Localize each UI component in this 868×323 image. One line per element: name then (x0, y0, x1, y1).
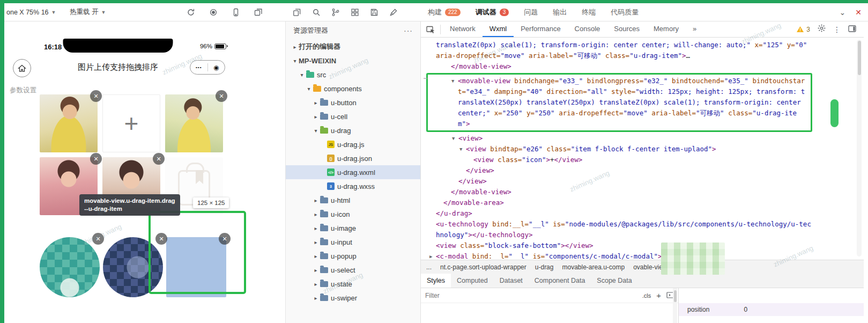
more-actions-icon[interactable]: ··· (404, 26, 413, 35)
tree-item-u-image[interactable]: ▸u-image (286, 221, 420, 235)
code-line[interactable]: </u-drag> (421, 208, 812, 219)
code-line[interactable]: <u-technology bind:__l="__l" is="node-mo… (421, 219, 812, 240)
refresh-icon[interactable] (187, 8, 195, 17)
code-block[interactable]: ▼<view>▼<view bindtap="e26" class="item … (421, 133, 812, 260)
code-line[interactable]: <view class="icon">+</view> (421, 155, 812, 165)
tree-item-u-drag[interactable]: ▾u-drag (286, 123, 420, 137)
styles-tab-computed[interactable]: Computed (451, 274, 494, 288)
wxml-inspector[interactable]: translateZ(0px) scale(1); transform-orig… (421, 38, 864, 260)
panel-tab-构建[interactable]: 构建222 (428, 8, 461, 17)
code-scrollbar[interactable] (857, 40, 862, 256)
breadcrumb-item[interactable]: u-drag (535, 263, 554, 271)
code-line[interactable]: ▼<view> (421, 133, 812, 144)
kebab-menu-icon[interactable]: ⋮ (833, 25, 841, 34)
panel-tab-调试器[interactable]: 调试器3 (476, 8, 509, 17)
panel-tab-问题[interactable]: 问题 (524, 8, 538, 17)
code-line[interactable]: </view> (421, 176, 812, 187)
tree-item-u-drag.wxml[interactable]: </>u-drag.wxml (286, 165, 420, 179)
cls-toggle[interactable]: .cls (642, 292, 651, 299)
devtools-tab-wxml[interactable]: Wxml (483, 21, 514, 37)
wechat-capsule[interactable]: ••• ◉ (190, 60, 225, 75)
hot-reload-selector[interactable]: 热重载 开 ▼ (70, 3, 106, 21)
grid-icon[interactable] (351, 8, 359, 17)
tree-item-u-popup[interactable]: ▸u-popup (286, 249, 420, 263)
tree-item-u-state[interactable]: ▸u-state (286, 277, 420, 291)
devtools-tab-sources[interactable]: Sources (607, 21, 647, 37)
tree-item-u-drag.wxss[interactable]: 3u-drag.wxss (286, 179, 420, 193)
tree-item-打开的编辑器[interactable]: ▸打开的编辑器 (286, 40, 420, 54)
devtools-tab-performance[interactable]: Performance (514, 21, 567, 37)
styles-tab-styles[interactable]: Styles (421, 274, 451, 288)
add-image-button[interactable]: + (102, 94, 160, 152)
styles-filter-input[interactable] (425, 292, 642, 299)
styles-tab-dataset[interactable]: Dataset (494, 274, 529, 288)
uploaded-photo[interactable]: ✕ (165, 94, 223, 152)
panel-tab-输出[interactable]: 输出 (553, 8, 567, 17)
inspect-element-icon[interactable] (426, 25, 436, 34)
branch-icon[interactable] (331, 8, 340, 17)
warnings-indicator[interactable]: 3 (796, 26, 810, 33)
tree-item-MP-WEIXIN[interactable]: ▾MP-WEIXIN (286, 54, 420, 68)
code-line[interactable]: ▼<movable-view bindchange="e33_" bindlon… (428, 76, 808, 129)
breadcrumb-item[interactable]: ... (426, 263, 432, 271)
code-line[interactable]: ▼<view bindtap="e26" class="item f-block… (421, 144, 812, 155)
panel-tab-代码质量[interactable]: 代码质量 (611, 8, 639, 17)
code-line[interactable]: translateZ(0px) scale(1); transform-orig… (421, 40, 812, 61)
panel-tab-终端[interactable]: 终端 (582, 8, 596, 17)
tree-item-u-select[interactable]: ▸u-select (286, 263, 420, 277)
remove-image-button[interactable]: ✕ (153, 153, 165, 165)
copy-icon[interactable] (293, 8, 301, 17)
tree-item-src[interactable]: ▾src (286, 68, 420, 82)
tree-item-u-cell[interactable]: ▸u-cell (286, 109, 420, 123)
remove-image-button[interactable]: ✕ (90, 153, 102, 165)
settings-gear-icon[interactable] (818, 24, 826, 34)
styles-tab-scope-data[interactable]: Scope Data (591, 274, 637, 288)
draggable-item[interactable]: ✕ (40, 237, 100, 297)
tree-item-u-button[interactable]: ▸u-button (286, 96, 420, 109)
code-line[interactable]: </movable-view> (421, 61, 812, 72)
devtools-tabs: NetworkWxmlPerformanceConsoleSourcesMemo… (443, 21, 703, 37)
selected-element-highlight[interactable]: ▼<movable-view bindchange="e33_" bindlon… (426, 73, 812, 132)
capsule-more-icon[interactable]: ••• (190, 65, 207, 70)
breadcrumb-item[interactable]: nt.c-page.sort-upload-wrapper (440, 263, 526, 271)
tree-item-u-icon[interactable]: ▸u-icon (286, 207, 420, 221)
tree-item-label: u-input (331, 238, 352, 246)
uploaded-photo[interactable]: ✕ (40, 94, 98, 152)
devtools-tab-»[interactable]: » (686, 21, 703, 37)
tree-item-u-html[interactable]: ▸u-html (286, 193, 420, 207)
remove-image-button[interactable]: ✕ (90, 90, 102, 102)
remove-image-button[interactable]: ✕ (92, 233, 104, 245)
brush-icon[interactable] (389, 8, 398, 17)
new-window-icon[interactable] (254, 8, 263, 17)
code-line[interactable]: </view> (421, 165, 812, 176)
devtools-tab-console[interactable]: Console (568, 21, 607, 37)
phone-icon[interactable] (232, 8, 240, 17)
add-style-rule-button[interactable]: + (656, 291, 661, 300)
record-icon[interactable] (209, 8, 218, 17)
tree-item-u-drag.json[interactable]: {}u-drag.json (286, 151, 420, 165)
tree-item-u-drag.js[interactable]: JSu-drag.js (286, 137, 420, 151)
code-line[interactable]: <view class="block-safe-bottom"></view> (421, 240, 812, 251)
styles-tab-component-data[interactable]: Component Data (529, 274, 591, 288)
chevron-right-icon: ▸ (312, 281, 320, 287)
code-line[interactable]: ▶<c-modal bind:__l="__l" is="components/… (421, 251, 812, 260)
layout-position-row[interactable]: position 0 (679, 303, 864, 316)
dock-side-icon[interactable] (848, 25, 856, 34)
remove-image-button[interactable]: ✕ (216, 90, 227, 102)
close-icon[interactable]: ✕ (855, 8, 862, 17)
styles-scrollbar[interactable] (673, 288, 677, 323)
code-line[interactable]: </movable-view> (421, 187, 812, 197)
code-block[interactable]: translateZ(0px) scale(1); transform-orig… (421, 40, 812, 72)
tree-item-u-input[interactable]: ▸u-input (286, 235, 420, 249)
device-selector[interactable]: one X 75% 16 ▼ (6, 3, 56, 21)
capsule-exit-icon[interactable]: ◉ (208, 64, 225, 71)
devtools-tab-memory[interactable]: Memory (647, 21, 686, 37)
tree-item-components[interactable]: ▾components (286, 82, 420, 96)
save-icon[interactable] (370, 8, 379, 17)
tree-item-u-swiper[interactable]: ▸u-swiper (286, 291, 420, 305)
devtools-tab-network[interactable]: Network (443, 21, 483, 37)
search-icon[interactable] (312, 8, 321, 17)
code-line[interactable]: </movable-area> (421, 197, 812, 208)
breadcrumb-item[interactable]: movable-area.u-comp (562, 263, 625, 271)
collapse-panel-icon[interactable]: ⌄ (840, 8, 846, 17)
